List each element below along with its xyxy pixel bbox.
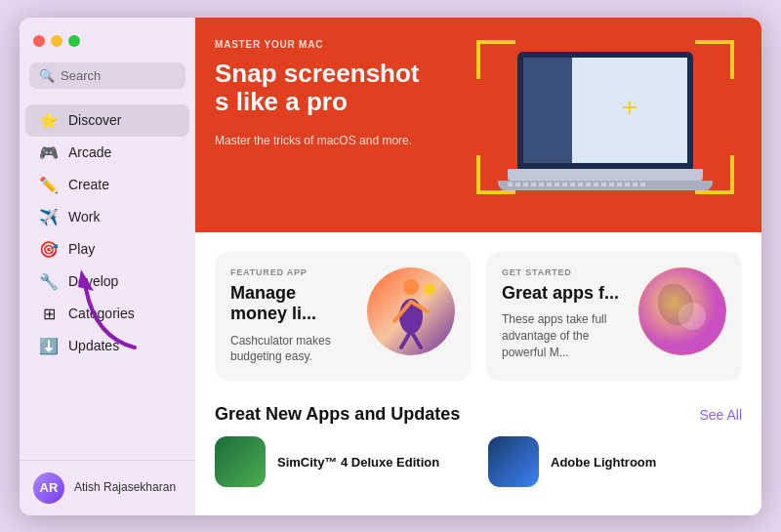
discover-icon: ⭐ [39, 111, 59, 130]
featured-card-cashculator[interactable]: FEATURED APP Manage money li... Cashcula… [215, 252, 471, 382]
search-icon: 🔍 [39, 68, 55, 83]
featured-card-great-apps[interactable]: GET STARTED Great apps f... These apps t… [486, 252, 742, 382]
sidebar-item-label: Play [68, 241, 95, 257]
app-window: 🔍 Search ⭐ Discover 🎮 Arcade ✏️ Create ✈… [20, 18, 761, 515]
sidebar: 🔍 Search ⭐ Discover 🎮 Arcade ✏️ Create ✈… [20, 18, 195, 515]
sidebar-item-categories[interactable]: ⊞ Categories [25, 298, 189, 330]
main-content: MASTER YOUR MAC Snap screenshot s like a… [195, 18, 761, 515]
app-item-simcity[interactable]: SimCity™ 4 Deluxe Edition [215, 436, 469, 487]
hero-text: MASTER YOUR MAC Snap screenshot s like a… [195, 18, 449, 232]
develop-icon: 🔧 [39, 272, 59, 291]
sidebar-item-discover[interactable]: ⭐ Discover [25, 104, 189, 137]
create-icon: ✏️ [39, 176, 59, 194]
sidebar-item-play[interactable]: 🎯 Play [25, 233, 189, 266]
app-info: SimCity™ 4 Deluxe Edition [277, 455, 439, 470]
sidebar-item-label: Create [68, 177, 109, 192]
search-bar[interactable]: 🔍 Search [29, 62, 185, 89]
sidebar-item-label: Develop [68, 273, 118, 289]
sidebar-item-create[interactable]: ✏️ Create [25, 169, 189, 201]
svg-point-10 [678, 303, 706, 330]
sidebar-item-label: Categories [68, 306, 135, 321]
card-desc: Cashculator makes budgeting easy. [230, 333, 353, 366]
search-label: Search [61, 68, 101, 83]
simcity-icon [215, 436, 266, 487]
app-info: Adobe Lightroom [551, 455, 656, 470]
sidebar-item-updates[interactable]: ⬇️ Updates [25, 330, 189, 362]
card-text-great-apps: GET STARTED Great apps f... These apps t… [502, 267, 625, 366]
lightroom-icon [488, 436, 539, 487]
avatar: AR [33, 472, 64, 504]
sidebar-item-label: Updates [68, 338, 119, 353]
hero-banner[interactable]: MASTER YOUR MAC Snap screenshot s like a… [195, 18, 761, 232]
svg-point-5 [424, 283, 435, 295]
updates-icon: ⬇️ [39, 337, 59, 355]
user-name: Atish Rajasekharan [74, 480, 176, 496]
see-all-button[interactable]: See All [699, 407, 742, 423]
laptop-illustration: + [498, 52, 713, 203]
sidebar-nav: ⭐ Discover 🎮 Arcade ✏️ Create ✈️ Work 🎯 … [20, 104, 195, 362]
svg-line-7 [411, 331, 421, 348]
maximize-button[interactable] [68, 35, 80, 47]
user-profile[interactable]: AR Atish Rajasekharan [20, 460, 195, 515]
apps-row: SimCity™ 4 Deluxe Edition Adobe Lightroo… [195, 436, 761, 503]
work-icon: ✈️ [39, 208, 59, 226]
card-eyebrow: FEATURED APP [230, 267, 353, 277]
app-name: Adobe Lightroom [551, 455, 656, 470]
card-title: Manage money li... [230, 283, 353, 325]
app-name: SimCity™ 4 Deluxe Edition [277, 455, 439, 470]
sidebar-item-arcade[interactable]: 🎮 Arcade [25, 137, 189, 169]
traffic-lights [20, 29, 195, 62]
svg-line-6 [401, 331, 411, 348]
sidebar-item-label: Arcade [68, 144, 111, 160]
section-title: Great New Apps and Updates [215, 404, 460, 425]
sidebar-item-develop[interactable]: 🔧 Develop [25, 266, 189, 298]
hero-eyebrow: MASTER YOUR MAC [215, 39, 430, 50]
featured-cards-row: FEATURED APP Manage money li... Cashcula… [195, 232, 761, 401]
card-eyebrow: GET STARTED [502, 267, 625, 277]
section-header: Great New Apps and Updates See All [195, 400, 761, 436]
hero-image: + [449, 18, 761, 232]
plus-icon: + [622, 94, 637, 121]
hero-subtitle: Master the tricks of macOS and more. [215, 133, 430, 149]
play-icon: 🎯 [39, 240, 59, 259]
card-desc: These apps take full advantage of the po… [502, 311, 625, 360]
app-item-lightroom[interactable]: Adobe Lightroom [488, 436, 742, 487]
card-title: Great apps f... [502, 283, 625, 305]
great-apps-image [638, 267, 726, 355]
svg-point-1 [403, 279, 419, 295]
card-text-cashculator: FEATURED APP Manage money li... Cashcula… [230, 267, 353, 366]
sidebar-item-label: Work [68, 209, 100, 225]
cashculator-image [367, 267, 455, 355]
arcade-icon: 🎮 [39, 143, 59, 162]
minimize-button[interactable] [51, 35, 62, 47]
hero-title: Snap screenshot s like a pro [215, 60, 430, 118]
sidebar-item-label: Discover [68, 112, 121, 128]
sidebar-item-work[interactable]: ✈️ Work [25, 201, 189, 233]
categories-icon: ⊞ [39, 305, 59, 323]
close-button[interactable] [33, 35, 45, 47]
